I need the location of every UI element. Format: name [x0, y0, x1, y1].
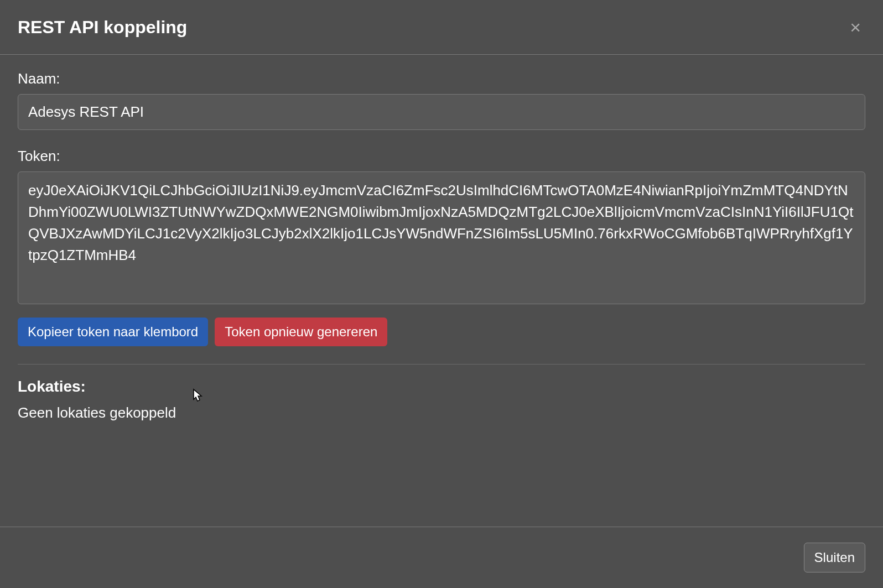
close-button[interactable]: Sluiten — [804, 543, 865, 573]
name-input[interactable] — [18, 94, 865, 130]
modal-header: REST API koppeling × — [0, 0, 883, 55]
regenerate-token-button[interactable]: Token opnieuw genereren — [215, 318, 387, 346]
token-button-row: Kopieer token naar klembord Token opnieu… — [18, 318, 865, 346]
modal-title: REST API koppeling — [18, 17, 187, 38]
name-label: Naam: — [18, 70, 865, 87]
close-icon[interactable]: × — [845, 15, 865, 39]
copy-token-button[interactable]: Kopieer token naar klembord — [18, 318, 208, 346]
modal-dialog: REST API koppeling × Naam: Token: Kopiee… — [0, 0, 883, 588]
locations-title: Lokaties: — [18, 378, 865, 396]
section-divider — [18, 364, 865, 365]
modal-body: Naam: Token: Kopieer token naar klembord… — [0, 55, 883, 527]
token-label: Token: — [18, 148, 865, 165]
token-textarea[interactable] — [18, 171, 865, 304]
modal-footer: Sluiten — [0, 527, 883, 588]
locations-empty-text: Geen lokaties gekoppeld — [18, 404, 865, 422]
